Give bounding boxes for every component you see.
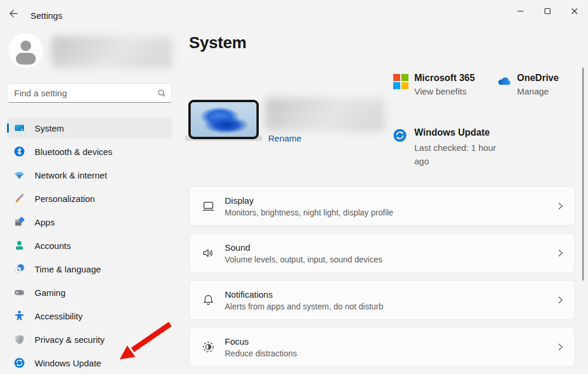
sidebar-item-accounts[interactable]: Accounts (7, 235, 172, 256)
chevron-right-icon (556, 201, 565, 211)
rename-link[interactable]: Rename (268, 133, 302, 143)
close-icon (569, 5, 580, 17)
apps-icon (13, 216, 25, 228)
avatar-person-icon (21, 41, 31, 51)
sidebar-item-time-language[interactable]: Time & language (7, 258, 172, 279)
minimize-button[interactable] (507, 0, 534, 22)
sidebar-item-system[interactable]: System (7, 117, 172, 139)
scrollbar-thumb[interactable] (582, 68, 584, 281)
network-icon (13, 169, 25, 181)
settings-card-list: Display Monitors, brightness, night ligh… (189, 186, 575, 367)
microsoft-365-icon (393, 74, 410, 89)
card-notifications[interactable]: Notifications Alerts from apps and syste… (189, 280, 575, 320)
minimize-icon (515, 5, 526, 17)
selected-indicator (7, 123, 9, 133)
card-subtitle: Monitors, brightness, night light, displ… (225, 208, 556, 217)
focus-icon (201, 340, 215, 354)
sidebar-item-apps[interactable]: Apps (7, 211, 172, 233)
sidebar-item-bluetooth-devices[interactable]: Bluetooth & devices (7, 141, 172, 162)
sidebar-item-personalization[interactable]: Personalization (7, 188, 172, 209)
promo-onedrive: OneDrive Manage (496, 73, 559, 96)
onedrive-icon (496, 74, 512, 89)
view-benefits-link[interactable]: View benefits (414, 86, 475, 96)
search-input[interactable] (8, 88, 154, 98)
card-subtitle: Reduce distractions (225, 349, 556, 358)
card-title: Notifications (225, 289, 556, 299)
avatar[interactable] (8, 33, 43, 68)
privacy-shield-icon (13, 333, 25, 345)
sidebar-item-network-internet[interactable]: Network & internet (7, 164, 172, 186)
accessibility-icon (13, 310, 25, 322)
device-thumbnail (188, 100, 259, 139)
search-box (7, 83, 172, 103)
sidebar-item-gaming[interactable]: Gaming (7, 282, 172, 303)
page-title: System (189, 33, 246, 52)
promo-windows-update[interactable]: Windows Update Last checked: 1 hour ago (393, 127, 503, 169)
card-title: Sound (225, 242, 556, 252)
card-display[interactable]: Display Monitors, brightness, night ligh… (189, 186, 575, 226)
promo-title: OneDrive (517, 73, 559, 83)
card-focus[interactable]: Focus Reduce distractions (189, 327, 575, 367)
sidebar-nav: System Bluetooth & devices Network & int… (7, 117, 172, 373)
chevron-right-icon (556, 248, 565, 258)
accounts-icon (13, 240, 25, 251)
manage-link[interactable]: Manage (517, 86, 559, 96)
window-controls (507, 0, 588, 22)
maximize-button[interactable] (534, 0, 561, 22)
system-icon (13, 122, 25, 134)
promo-title: Microsoft 365 (414, 73, 475, 83)
bluetooth-icon (13, 146, 25, 157)
maximize-icon (542, 5, 553, 17)
display-icon (201, 199, 215, 213)
window-title: Settings (31, 11, 62, 21)
windows-update-icon (13, 357, 25, 369)
back-arrow-icon (8, 8, 19, 19)
device-name-redacted (265, 98, 384, 132)
sound-icon (201, 246, 215, 260)
search-icon (154, 89, 169, 97)
personalization-icon (13, 193, 25, 204)
chevron-right-icon (556, 342, 565, 352)
card-subtitle: Alerts from apps and system, do not dist… (225, 302, 556, 311)
card-sound[interactable]: Sound Volume levels, output, input, soun… (189, 233, 575, 273)
card-title: Focus (225, 336, 556, 346)
promo-title: Windows Update (414, 127, 503, 138)
close-button[interactable] (561, 0, 588, 22)
back-button[interactable] (5, 6, 22, 21)
time-language-icon (13, 263, 25, 275)
notifications-icon (201, 293, 215, 307)
card-subtitle: Volume levels, output, input, sound devi… (225, 255, 556, 264)
gaming-icon (13, 287, 25, 298)
sidebar-item-accessibility[interactable]: Accessibility (7, 305, 172, 326)
promo-microsoft-365: Microsoft 365 View benefits (393, 73, 475, 96)
sidebar-item-privacy-security[interactable]: Privacy & security (7, 329, 172, 350)
chevron-right-icon (556, 295, 565, 305)
last-checked-status: Last checked: 1 hour ago (414, 141, 503, 169)
windows-update-icon (393, 129, 410, 142)
card-title: Display (225, 196, 556, 205)
user-name-redacted (52, 36, 172, 68)
sidebar-item-windows-update[interactable]: Windows Update (7, 352, 172, 373)
